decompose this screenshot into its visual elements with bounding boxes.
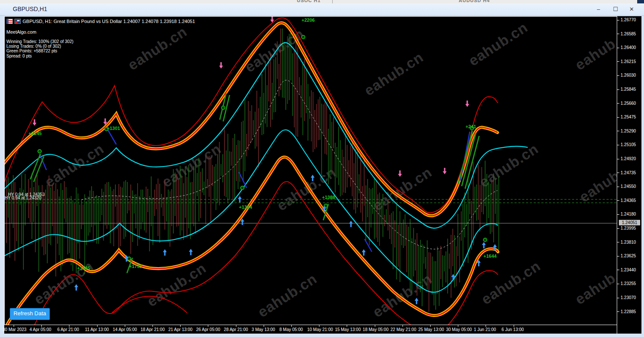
- trade-profit-label: +1394: [239, 205, 252, 210]
- price-axis-label: 1.26770: [621, 17, 636, 22]
- upper-red-envelope: [5, 18, 498, 213]
- brand-link: MeetAlgo.com: [6, 29, 36, 35]
- time-axis-label: 26 Apr 05:00: [196, 327, 220, 332]
- chart-panel: GBPUSD, H1: Great Britain Pound vs US Do…: [4, 16, 641, 334]
- sell-arrow-icon: [33, 119, 37, 126]
- upper-orange-band: [5, 23, 497, 216]
- buy-arrow-icon: [238, 196, 242, 202]
- minimize-button[interactable]: –: [592, 5, 605, 14]
- time-tick: [208, 325, 208, 327]
- green-profit-segment: [458, 131, 472, 184]
- price-tick: [617, 187, 619, 187]
- price-axis-label: 1.25660: [621, 101, 636, 106]
- price-axis-label: 1.25475: [621, 115, 636, 119]
- corner-block: [637, 0, 644, 3]
- price-tick: [617, 20, 619, 20]
- chart-plot-area[interactable]: GBPUSD, H1: Great Britain Pound vs US Do…: [4, 16, 617, 325]
- time-axis-label: 8 May 05:00: [279, 327, 303, 332]
- trade-profit-label: +1753: [129, 264, 142, 269]
- price-tick: [617, 61, 619, 62]
- background-tab-2[interactable]: AUDUSD H4: [459, 0, 490, 3]
- price-tick: [617, 256, 619, 256]
- price-axis-label: 1.23810: [621, 240, 636, 245]
- price-axis-label: 1.26400: [621, 45, 636, 50]
- price-tick: [617, 117, 619, 118]
- price-axis-label: 1.26215: [621, 59, 636, 64]
- center-dashed-line: [81, 80, 497, 249]
- time-axis-label: 4 Apr 05:00: [29, 327, 51, 332]
- time-axis-label: 28 Apr 21:00: [224, 327, 248, 332]
- price-tick: [617, 103, 619, 104]
- buy-arrow-icon: [163, 249, 167, 256]
- price-tick: [617, 89, 619, 90]
- time-tick: [486, 325, 486, 327]
- time-tick: [14, 325, 14, 327]
- time-tick: [264, 325, 264, 327]
- price-axis-label: 1.24735: [621, 170, 636, 175]
- green-profit-segment: [34, 156, 44, 182]
- price-tick: [617, 270, 619, 270]
- time-tick: [97, 325, 98, 327]
- symbol-ohlc-line: GBPUSD, H1: Great Britain Pound vs US Do…: [23, 19, 195, 24]
- green-profit-segment: [462, 133, 476, 186]
- price-axis-label: 1.24365: [621, 198, 636, 203]
- ea-stats-block: Winning Trades: 100% (302 of 302)Losing …: [6, 39, 73, 58]
- price-axis-label: 1.23440: [621, 268, 636, 272]
- time-tick: [402, 325, 403, 327]
- stat-line-2: Green Points: +588722 pts: [6, 49, 73, 53]
- maximize-button[interactable]: ☐: [609, 5, 622, 14]
- buy-arrow-icon: [415, 298, 419, 304]
- price-axis-label: 1.23070: [621, 295, 636, 300]
- entry-dot: [483, 238, 487, 242]
- stat-line-1: Losing Trades: 0% (0 of 302): [6, 44, 73, 49]
- price-tick: [617, 75, 619, 76]
- time-axis-label: 22 May 21:00: [391, 327, 417, 332]
- buy-arrow-icon: [189, 249, 193, 255]
- price-axis-label: 1.25845: [621, 87, 636, 92]
- price-tick: [617, 34, 619, 34]
- time-tick: [236, 325, 236, 327]
- background-tab-1[interactable]: USOC H1: [297, 0, 321, 3]
- price-tick: [617, 284, 619, 284]
- time-tick: [125, 325, 125, 327]
- trade-profit-label: +1545: [77, 265, 90, 271]
- refresh-data-button[interactable]: Refresh Data: [10, 308, 50, 320]
- symbol-flag-icon-1: [6, 19, 13, 24]
- price-axis-label: 1.23625: [621, 253, 636, 258]
- time-axis-label: 1 Jun 21:00: [474, 327, 496, 332]
- time-axis-label: 30 Mar 2023: [3, 327, 26, 332]
- time-axis-label: 11 Apr 13:00: [85, 327, 109, 332]
- buy-arrow-icon: [349, 221, 353, 227]
- price-tick: [617, 145, 619, 145]
- blue-entry-segment: [239, 172, 247, 188]
- time-tick: [458, 325, 458, 327]
- time-axis[interactable]: 30 Mar 20234 Apr 05:006 Apr 21:0011 Apr …: [4, 325, 617, 334]
- trade-profit-label: +1301: [107, 126, 120, 131]
- time-axis-label: 25 May 13:00: [418, 327, 444, 332]
- entry-dot: [221, 106, 225, 109]
- time-tick: [291, 325, 292, 327]
- price-tick: [617, 173, 619, 173]
- trade-profit-label: +1388: [322, 195, 335, 200]
- window-bottom-edge: [0, 334, 644, 337]
- red-arc: [112, 297, 187, 313]
- current-price-tag: 1.24051: [619, 220, 640, 225]
- time-axis-label: 18 Apr 21:00: [141, 327, 165, 332]
- upper-band-core: [5, 23, 497, 216]
- window-titlebar[interactable]: GBPUSD,H1 – ☐ ✕: [0, 3, 644, 16]
- price-tick: [617, 48, 619, 48]
- entry-dot: [241, 186, 244, 190]
- price-axis-label: 1.24180: [621, 212, 636, 216]
- buy-arrow-icon: [311, 175, 315, 181]
- buy-arrow-icon: [362, 249, 366, 256]
- price-axis[interactable]: 1.267701.265851.264001.262151.260301.258…: [617, 16, 641, 325]
- time-axis-label: 10 May 21:00: [307, 327, 333, 332]
- trade-profit-label: +241: [466, 124, 476, 129]
- close-button[interactable]: ✕: [625, 5, 638, 14]
- time-tick: [319, 325, 319, 327]
- price-axis-label: 1.25105: [621, 142, 636, 147]
- price-axis-label: 1.23255: [621, 281, 636, 286]
- time-tick: [69, 325, 69, 327]
- trade-profit-label: +1644: [483, 253, 497, 259]
- sell-arrow-icon: [219, 62, 223, 69]
